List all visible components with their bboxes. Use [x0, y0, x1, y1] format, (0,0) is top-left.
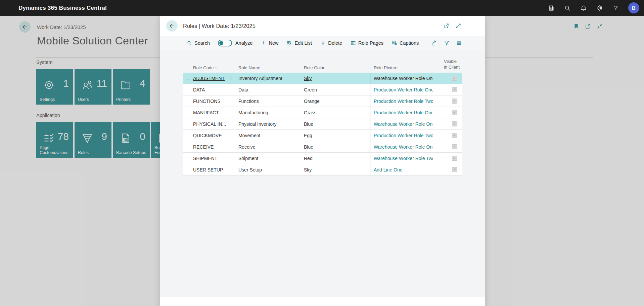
role-code-value[interactable]: ADJUSTMENT: [193, 76, 225, 81]
search-button[interactable]: Search: [186, 40, 210, 46]
role-picture-link[interactable]: Production Worker Role One: [374, 110, 433, 115]
list-icon[interactable]: [456, 40, 463, 46]
role-name-cell[interactable]: Movement: [235, 130, 300, 141]
role-color-cell[interactable]: Green: [300, 84, 371, 95]
row-menu-icon[interactable]: ⋮: [229, 75, 233, 81]
table-row[interactable]: FUNCTIONSFunctionsOrangeProduction Worke…: [183, 95, 462, 107]
dialog-back-button[interactable]: [166, 20, 178, 32]
role-color-value[interactable]: Grass: [304, 110, 316, 115]
visible-in-client-checkbox[interactable]: ✓: [452, 167, 457, 172]
column-header-visible-in-client[interactable]: Visible in Client: [444, 59, 460, 70]
role-picture-cell[interactable]: Production Worker Role Two: [371, 130, 433, 141]
role-picture-link[interactable]: Production Worker Role Two: [374, 133, 433, 138]
role-name-cell[interactable]: Receive: [235, 141, 300, 152]
table-row[interactable]: DATADataGreenProduction Worker Role One✓: [183, 84, 462, 95]
role-code-cell[interactable]: FUNCTIONS: [191, 95, 235, 107]
table-row[interactable]: PHYSICAL IN...Physical InventoryBlueWare…: [183, 118, 462, 130]
role-code-cell[interactable]: DATA: [191, 84, 235, 95]
role-code-cell[interactable]: RECEIVE: [191, 141, 235, 152]
role-picture-cell[interactable]: Add Line One: [371, 164, 433, 175]
visible-in-client-checkbox[interactable]: ✓: [452, 133, 457, 138]
role-color-value[interactable]: Green: [304, 87, 317, 92]
table-row[interactable]: QUICKMOVEMovementEggProduction Worker Ro…: [183, 130, 462, 141]
role-color-cell[interactable]: Sky: [300, 164, 371, 175]
role-name-cell[interactable]: Shipment: [235, 153, 300, 164]
analyze-toggle[interactable]: [218, 40, 232, 46]
role-color-cell[interactable]: Egg: [300, 130, 371, 141]
visible-in-client-checkbox[interactable]: ✓: [452, 144, 457, 149]
role-code-cell[interactable]: SHIPMENT: [191, 153, 235, 164]
column-header-role-picture[interactable]: Role Picture: [374, 65, 398, 70]
role-color-value[interactable]: Blue: [304, 121, 313, 127]
role-color-value[interactable]: Blue: [304, 144, 313, 150]
role-name-cell[interactable]: User Setup: [235, 164, 300, 175]
role-picture-cell[interactable]: Warehouse Worker Role One: [371, 118, 433, 129]
gear-icon[interactable]: [596, 4, 603, 12]
role-color-value[interactable]: Sky: [304, 76, 312, 81]
role-picture-cell[interactable]: Production Worker Role One: [371, 84, 433, 95]
visible-in-client-checkbox[interactable]: ✓: [452, 99, 457, 104]
filter-icon[interactable]: [444, 40, 450, 46]
role-code-cell[interactable]: USER SETUP: [191, 164, 235, 175]
role-code-value[interactable]: MANUFACT...: [193, 110, 222, 115]
role-code-value[interactable]: SHIPMENT: [193, 156, 217, 161]
role-code-cell[interactable]: QUICKMOVE: [191, 130, 235, 141]
role-code-value[interactable]: QUICKMOVE: [193, 133, 222, 138]
search-icon[interactable]: [564, 4, 571, 12]
role-color-cell[interactable]: Blue: [300, 141, 371, 152]
role-name-cell[interactable]: Inventory Adjustment: [235, 73, 300, 84]
role-color-cell[interactable]: Blue: [300, 118, 371, 129]
visible-in-client-checkbox[interactable]: ✓: [452, 87, 457, 92]
role-pages-button[interactable]: Role Pages: [350, 40, 383, 46]
role-color-value[interactable]: Orange: [304, 99, 320, 104]
role-picture-cell[interactable]: Warehouse Worker Role One: [371, 141, 433, 152]
column-header-role-code[interactable]: Role Code ↑: [193, 65, 217, 70]
role-name-cell[interactable]: Physical Inventory: [235, 118, 300, 129]
column-header-role-name[interactable]: Role Name: [238, 65, 260, 70]
role-color-value[interactable]: Egg: [304, 133, 312, 138]
role-code-cell[interactable]: PHYSICAL IN...: [191, 118, 235, 129]
role-picture-link[interactable]: Warehouse Worker Role Two: [374, 156, 433, 161]
table-row[interactable]: USER SETUPUser SetupSkyAdd Line One✓: [183, 164, 462, 176]
role-picture-cell[interactable]: Production Worker Role Two: [371, 95, 433, 107]
role-name-cell[interactable]: Manufacturing: [235, 107, 300, 118]
role-picture-cell[interactable]: Warehouse Worker Role One: [371, 73, 433, 84]
share-icon[interactable]: [431, 40, 438, 46]
captions-button[interactable]: Captions: [392, 40, 419, 46]
role-color-value[interactable]: Red: [304, 156, 313, 161]
role-code-cell[interactable]: MANUFACT...: [191, 107, 235, 118]
table-row[interactable]: SHIPMENTShipmentRedWarehouse Worker Role…: [183, 153, 462, 164]
role-picture-cell[interactable]: Production Worker Role One: [371, 107, 433, 118]
new-button[interactable]: + New: [261, 40, 279, 46]
role-picture-cell[interactable]: Warehouse Worker Role Two: [371, 153, 433, 164]
role-code-value[interactable]: USER SETUP: [193, 167, 223, 173]
role-code-cell[interactable]: ADJUSTMENT⋮: [191, 73, 235, 84]
role-code-value[interactable]: PHYSICAL IN...: [193, 121, 226, 127]
help-icon[interactable]: ?: [612, 4, 619, 12]
visible-in-client-checkbox[interactable]: ✓: [452, 76, 457, 81]
table-row[interactable]: MANUFACT...ManufacturingGrassProduction …: [183, 107, 462, 118]
building-icon[interactable]: [548, 4, 555, 12]
role-picture-link[interactable]: Warehouse Worker Role One: [374, 144, 433, 150]
edit-list-button[interactable]: Edit List: [287, 40, 312, 46]
role-color-cell[interactable]: Grass: [300, 107, 371, 118]
bell-icon[interactable]: [580, 4, 587, 12]
role-picture-link[interactable]: Production Worker Role One: [374, 87, 433, 92]
delete-button[interactable]: Delete: [320, 40, 342, 46]
avatar[interactable]: B: [628, 2, 639, 13]
role-picture-link[interactable]: Production Worker Role Two: [374, 99, 433, 104]
column-header-role-color[interactable]: Role Color: [304, 65, 324, 70]
role-picture-link[interactable]: Add Line One: [374, 167, 403, 173]
role-picture-link[interactable]: Warehouse Worker Role One: [374, 76, 433, 81]
role-color-cell[interactable]: Orange: [300, 95, 371, 107]
role-code-value[interactable]: FUNCTIONS: [193, 99, 221, 104]
role-code-value[interactable]: RECEIVE: [193, 144, 214, 150]
expand-icon[interactable]: [455, 23, 462, 30]
role-color-cell[interactable]: Red: [300, 153, 371, 164]
role-name-cell[interactable]: Data: [235, 84, 300, 95]
role-color-cell[interactable]: Sky: [300, 73, 371, 84]
table-row[interactable]: →ADJUSTMENT⋮Inventory AdjustmentSkyWareh…: [183, 73, 462, 84]
role-picture-link[interactable]: Warehouse Worker Role One: [374, 121, 433, 127]
visible-in-client-checkbox[interactable]: ✓: [452, 156, 457, 161]
visible-in-client-checkbox[interactable]: ✓: [452, 121, 457, 126]
